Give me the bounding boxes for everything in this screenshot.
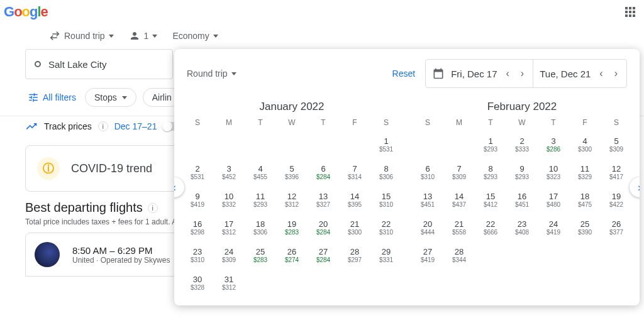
calendar-day[interactable]: 8$306: [370, 158, 402, 186]
calendar-day[interactable]: 23$408: [506, 214, 538, 241]
calendar-day[interactable]: 7$309: [443, 158, 475, 186]
calendar-day[interactable]: 13$327: [308, 186, 339, 214]
calendar-day[interactable]: 24$309: [213, 241, 245, 269]
calendar-day[interactable]: 12$417: [601, 158, 632, 186]
return-next-icon[interactable]: ›: [612, 68, 620, 79]
calendar-day[interactable]: 14$395: [339, 186, 370, 214]
calendar-day[interactable]: 22$310: [370, 214, 402, 241]
flight-operator: United · Operated by Skywes: [72, 256, 170, 265]
calendar-day[interactable]: 17$480: [538, 186, 569, 214]
depart-next-icon[interactable]: ›: [518, 68, 526, 79]
calendar-day[interactable]: 5$396: [276, 158, 308, 186]
calendar-day[interactable]: 24$419: [538, 214, 569, 241]
passengers-selector[interactable]: 1: [129, 30, 158, 41]
calendar-day[interactable]: 2$531: [182, 158, 213, 186]
calendar-day[interactable]: 19$422: [601, 186, 632, 214]
calendar-day[interactable]: 4$455: [245, 158, 276, 186]
calendar-day[interactable]: 28$344: [443, 241, 475, 269]
calendar-day[interactable]: 23$310: [182, 241, 213, 269]
apps-grid-icon[interactable]: [625, 7, 635, 17]
calendar-day[interactable]: 8$293: [475, 158, 506, 186]
day-number: 16: [518, 192, 526, 201]
calendar-day[interactable]: 12$312: [276, 186, 308, 214]
calendar-day[interactable]: 15$412: [475, 186, 506, 214]
calendar-day[interactable]: 21$558: [443, 214, 475, 241]
day-price: $327: [316, 201, 330, 208]
calendar-day[interactable]: 9$419: [182, 186, 213, 214]
calendar-day[interactable]: 3$286: [538, 131, 569, 158]
trip-type-selector[interactable]: Round trip: [49, 30, 114, 41]
calendar-day[interactable]: 1$293: [475, 131, 506, 158]
calendar-day[interactable]: 9$293: [506, 158, 538, 186]
calendar-day[interactable]: 11$329: [569, 158, 601, 186]
day-price: $314: [348, 173, 362, 180]
calendar-day[interactable]: 29$331: [370, 241, 402, 269]
calendar-day[interactable]: 25$283: [245, 241, 276, 269]
calendar-day[interactable]: 18$475: [569, 186, 601, 214]
day-price: $298: [191, 229, 204, 236]
cabin-selector[interactable]: Economy: [172, 31, 218, 41]
calendar-day[interactable]: 20$284: [308, 214, 339, 241]
calendar-day[interactable]: 31$312: [213, 269, 245, 297]
calendar-day[interactable]: 7$314: [339, 158, 370, 186]
depart-date-cell[interactable]: Fri, Dec 17 ‹ ›: [426, 60, 533, 87]
origin-marker-icon: [35, 61, 41, 67]
day-number: 31: [225, 275, 233, 284]
calendar-day[interactable]: 10$323: [538, 158, 569, 186]
info-icon[interactable]: i: [148, 203, 158, 213]
calendar-day[interactable]: 18$306: [245, 214, 276, 241]
day-number: 13: [319, 192, 328, 201]
calendar-day[interactable]: 28$297: [339, 241, 370, 269]
calendar-day[interactable]: 15$310: [370, 186, 402, 214]
track-date-range[interactable]: Dec 17–21: [114, 121, 157, 131]
calendar-day[interactable]: 6$310: [412, 158, 443, 186]
calendar-day[interactable]: 20$444: [412, 214, 443, 241]
day-number: 26: [612, 219, 621, 229]
calendar-day[interactable]: 30$328: [182, 269, 213, 297]
calendar-day[interactable]: 25$390: [569, 214, 601, 241]
calendar-day[interactable]: 13$451: [412, 186, 443, 214]
calendar-day[interactable]: 16$451: [506, 186, 538, 214]
day-price: $328: [191, 284, 204, 291]
return-prev-icon[interactable]: ‹: [597, 68, 605, 79]
return-date-cell[interactable]: Tue, Dec 21 ‹ ›: [533, 60, 626, 87]
depart-prev-icon[interactable]: ‹: [504, 68, 512, 79]
day-price: $310: [421, 173, 435, 180]
calendar-day[interactable]: 5$309: [601, 131, 632, 158]
popup-trip-selector[interactable]: Round trip: [187, 69, 236, 79]
calendar-day[interactable]: 14$437: [443, 186, 475, 214]
calendar-day[interactable]: 16$298: [182, 214, 213, 241]
dow-label: S: [601, 118, 632, 127]
calendar-day[interactable]: 6$284: [308, 158, 339, 186]
day-number: 16: [193, 219, 202, 229]
dow-label: W: [276, 118, 308, 127]
calendar-day[interactable]: 21$300: [339, 214, 370, 241]
calendar-day[interactable]: 27$419: [412, 241, 443, 269]
day-number: 21: [350, 219, 359, 229]
all-filters-button[interactable]: All filters: [25, 88, 79, 107]
reset-button[interactable]: Reset: [392, 69, 416, 79]
calendar-day[interactable]: 4$300: [569, 131, 601, 158]
origin-input[interactable]: Salt Lake City: [25, 49, 173, 79]
calendar-day[interactable]: 17$312: [213, 214, 245, 241]
day-price: $283: [253, 256, 267, 263]
calendar-day[interactable]: 26$274: [276, 241, 308, 269]
calendar-day[interactable]: 11$293: [245, 186, 276, 214]
google-logo[interactable]: Google: [4, 4, 48, 20]
calendar-day[interactable]: 3$452: [213, 158, 245, 186]
day-price: $300: [348, 229, 362, 236]
calendar-day[interactable]: 27$284: [308, 241, 339, 269]
info-icon[interactable]: i: [98, 121, 108, 131]
calendar-day[interactable]: 2$333: [506, 131, 538, 158]
calendar-day[interactable]: 19$283: [276, 214, 308, 241]
warning-icon: ⓘ: [37, 157, 60, 180]
month-title: January 2022: [182, 98, 402, 118]
calendar-day[interactable]: 10$332: [213, 186, 245, 214]
calendar-day[interactable]: 1$531: [370, 131, 402, 158]
day-number: 30: [193, 275, 202, 284]
dow-label: S: [182, 118, 213, 127]
stops-chip[interactable]: Stops: [85, 88, 136, 107]
day-price: $558: [452, 229, 466, 236]
calendar-day[interactable]: 26$377: [601, 214, 632, 241]
calendar-day[interactable]: 22$666: [475, 214, 506, 241]
